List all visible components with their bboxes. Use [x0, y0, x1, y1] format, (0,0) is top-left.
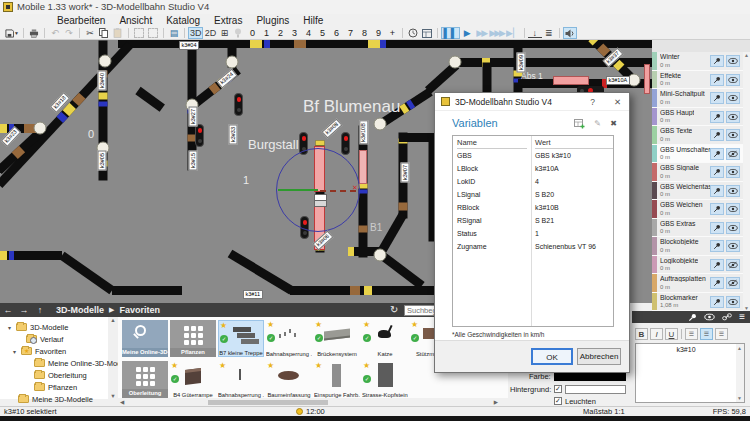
track-switch-node[interactable] — [374, 249, 387, 262]
layers-scrollbar[interactable]: ▲ ▼ — [743, 52, 750, 311]
chevron-down-icon[interactable]: ▾ — [13, 348, 21, 355]
layers-button[interactable]: ▤ — [167, 27, 181, 39]
variables-table[interactable]: Name Wert GBS GBS k3#10 LBlock k3#10A Lo… — [452, 135, 614, 327]
layer-pin-button[interactable] — [710, 92, 724, 104]
track-label[interactable]: k3#05 — [98, 151, 107, 171]
scroll-right-icon[interactable]: ▶ — [494, 399, 498, 405]
track-switch-node[interactable] — [449, 56, 462, 69]
signal-icon[interactable] — [234, 93, 243, 116]
timetable-button[interactable] — [420, 27, 434, 39]
clock-button[interactable] — [406, 27, 420, 39]
tree-item-meine-modelle[interactable]: Meine 3D-Modelle — [18, 393, 93, 405]
canvas-label-b1[interactable]: B1 — [370, 222, 382, 233]
layer-visibility-button[interactable] — [726, 92, 740, 104]
layer-visibility-button[interactable] — [726, 129, 740, 141]
layer-pin-button[interactable] — [710, 277, 724, 289]
bold-button[interactable]: B — [635, 328, 648, 340]
layer-pin-button[interactable] — [710, 129, 724, 141]
block-section[interactable] — [359, 150, 367, 184]
scroll-up-icon[interactable]: ▲ — [743, 52, 750, 58]
grid-button[interactable]: ⊞ — [217, 27, 231, 39]
block-section[interactable] — [553, 76, 589, 85]
tile-model-brueckensystem[interactable]: ★ ✓ Brückensystem — [314, 320, 360, 357]
nav-forward-icon[interactable]: → — [16, 305, 32, 315]
chevron-down-icon[interactable]: ▾ — [8, 324, 16, 331]
track-switch-node[interactable] — [374, 118, 387, 131]
redo-button[interactable]: ↷ — [62, 27, 76, 39]
track-switch-node[interactable] — [34, 122, 47, 135]
track-label[interactable]: k3#33 — [229, 125, 238, 145]
select-add-button[interactable] — [146, 27, 160, 39]
breadcrumb-root[interactable]: 3D-Modelle — [56, 305, 104, 315]
track-label[interactable]: k3#10A — [606, 76, 630, 85]
menu-item[interactable]: Katalog — [159, 14, 207, 27]
camera-slot-button[interactable]: 4 — [301, 28, 315, 38]
scroll-down-icon[interactable]: ▼ — [737, 395, 742, 401]
undo-button[interactable]: ↶ — [48, 27, 62, 39]
align-right-button[interactable]: ☰ — [715, 328, 728, 340]
layer-row[interactable]: Effekte 0 m — [652, 71, 743, 90]
tree-item-3d-modelle[interactable]: ▾ 3D-Modelle — [8, 321, 68, 333]
add-variable-icon[interactable] — [574, 119, 585, 131]
camera-slot-button[interactable]: 1 — [259, 28, 273, 38]
layer-pin-button[interactable] — [710, 222, 724, 234]
align-center-button[interactable]: ☰ — [700, 328, 713, 340]
fastest-forward-button[interactable]: ▶▶▶ — [488, 27, 505, 39]
canvas-label-zero[interactable]: 0 — [88, 128, 94, 140]
scroll-up-icon[interactable]: ▲ — [737, 345, 742, 351]
menu-hamburger-icon[interactable]: ≡ — [739, 312, 745, 322]
menu-item[interactable]: Plugins — [249, 14, 296, 27]
menu-item[interactable]: Ansicht — [112, 14, 159, 27]
layer-visibility-button[interactable] — [726, 111, 740, 123]
table-row[interactable]: LokID 4 — [453, 175, 613, 188]
layer-row[interactable]: Mini-Schaltpult 0 m — [652, 89, 743, 108]
download-button[interactable]: ↓ — [528, 28, 542, 38]
track-label[interactable]: k3#40 — [98, 71, 107, 91]
glow-checkbox[interactable]: ✓ — [554, 397, 562, 405]
dialog-close-button[interactable]: ✕ — [614, 97, 621, 107]
layer-row[interactable]: Winter 0 m — [652, 52, 743, 71]
layer-visibility-button[interactable] — [726, 148, 740, 160]
paste-button[interactable] — [111, 27, 125, 39]
camera-slot-button[interactable]: 0 — [245, 28, 259, 38]
play-button[interactable]: ▶ — [460, 27, 474, 39]
camera-slot-button[interactable]: 7 — [343, 28, 357, 38]
refresh-icon[interactable]: ↻ — [390, 304, 398, 315]
pin-icon[interactable] — [688, 313, 697, 322]
track-label[interactable]: k3#10B — [359, 121, 368, 145]
view-2d-button[interactable]: 2D — [203, 27, 217, 39]
layer-pin-button[interactable] — [710, 259, 724, 271]
edit-variable-icon[interactable]: ✎ — [594, 119, 601, 128]
layer-row[interactable]: Auftragsplatten 0 m — [652, 274, 743, 293]
tree-item-pflanzen[interactable]: Pflanzen — [34, 381, 77, 393]
tile-folder-oberleitung[interactable]: Oberleitung — [122, 361, 168, 398]
dialog-help-button[interactable]: ? — [590, 97, 595, 107]
layer-visibility-button[interactable] — [726, 185, 740, 197]
block-section[interactable] — [644, 64, 650, 94]
layer-row[interactable]: GBS Weichentas... 0 m — [652, 182, 743, 201]
color-swatch[interactable] — [554, 372, 626, 381]
layer-row[interactable]: Blockmarker 1,08 m — [652, 293, 743, 312]
track-label[interactable]: k3#15 — [189, 151, 198, 171]
layer-pin-button[interactable] — [710, 111, 724, 123]
tile-model-bahnabsperrung2[interactable]: ★ Bahnabsperrung ... — [218, 361, 264, 398]
nav-up-icon[interactable]: ↑ — [32, 305, 48, 315]
layer-pin-button[interactable] — [710, 296, 724, 308]
menu-item[interactable]: Hilfe — [296, 14, 330, 27]
layer-row[interactable]: GBS Texte 0 m — [652, 126, 743, 145]
pause-button[interactable]: ▌▌ — [441, 27, 460, 39]
track-segment[interactable] — [0, 41, 133, 188]
camera-slot-button[interactable]: 9 — [371, 28, 385, 38]
scroll-down-icon[interactable]: ▼ — [108, 393, 118, 399]
track-segment[interactable] — [0, 251, 62, 260]
track-segment[interactable] — [59, 251, 114, 293]
copy-button[interactable] — [97, 27, 111, 39]
camera-slot-button[interactable]: 6 — [329, 28, 343, 38]
layer-visibility-button[interactable] — [726, 74, 740, 86]
layer-visibility-button[interactable] — [726, 259, 740, 271]
link-icon[interactable] — [722, 313, 732, 321]
signal-icon[interactable] — [341, 132, 350, 155]
camera-slot-button[interactable]: 5 — [315, 28, 329, 38]
menu-item[interactable]: Extras — [207, 14, 249, 27]
layer-row[interactable]: GBS Haupt 0 m — [652, 108, 743, 127]
